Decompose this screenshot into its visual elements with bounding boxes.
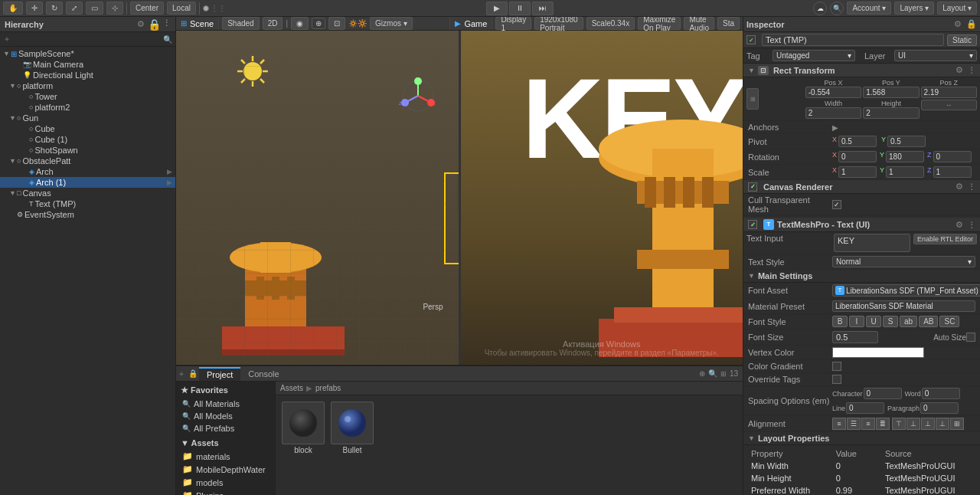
align-left[interactable]: ≡ [832, 418, 846, 430]
align-right[interactable]: ≡ [861, 418, 875, 430]
layout-btn[interactable]: Layout ▾ [937, 2, 977, 15]
game-scale-btn[interactable]: Scale 0.34x [586, 17, 635, 30]
rtl-btn[interactable]: Enable RTL Editor [913, 234, 977, 244]
rect-overflow[interactable]: ⋮ [968, 66, 975, 74]
inspector-lock[interactable]: 🔒 [966, 19, 977, 29]
lock-tab-btn[interactable]: 🔒 [188, 369, 198, 378]
hierarchy-item-obstaclepatt[interactable]: ▼ ○ ObstaclePatt [0, 156, 175, 166]
rot-x-input[interactable] [838, 151, 877, 162]
fav-all-models[interactable]: 🔍 All Models [179, 410, 272, 422]
rot-y-input[interactable] [886, 151, 924, 162]
font-asset-field[interactable]: T LiberationSans SDF (TMP_Font Asset) [832, 284, 980, 297]
height-input[interactable] [863, 107, 919, 119]
hierarchy-cog[interactable]: ⚙ [136, 18, 146, 31]
tool-rect[interactable]: ▭ [86, 2, 103, 15]
play-button[interactable]: ▶ [486, 2, 508, 15]
tool-transform[interactable]: ⊹ [106, 2, 123, 15]
layout-props-section[interactable]: ▼ Layout Properties [743, 432, 980, 445]
color-gradient-checkbox[interactable] [832, 362, 841, 371]
align-bottom[interactable]: ⊥ [921, 418, 935, 430]
account-btn[interactable]: Account ▾ [847, 2, 891, 15]
breadcrumb-prefabs[interactable]: prefabs [315, 384, 341, 392]
tag-dropdown[interactable]: Untagged ▾ [773, 50, 855, 61]
fs-bold-btn[interactable]: B [832, 316, 848, 327]
assets-mobile[interactable]: 📁 MobileDepthWater [179, 463, 272, 476]
rect-transform-section[interactable]: ▼ ⊡ Rect Transform ⚙ ⋮ [743, 64, 980, 77]
stretch-btn[interactable]: ↔ [921, 100, 977, 110]
fs-sc-btn[interactable]: SC [939, 316, 959, 327]
auto-size-checkbox[interactable] [966, 333, 975, 342]
step-button[interactable]: ⏭ [532, 2, 554, 15]
hierarchy-item-cube1[interactable]: ○ Cube (1) [0, 134, 175, 145]
resolution-btn[interactable]: 1920x1080 Portrait [534, 17, 583, 30]
width-input[interactable] [805, 107, 861, 119]
tmp-enabled[interactable]: ✓ [748, 220, 757, 229]
scene-scale-btns[interactable]: ⊕ [312, 18, 325, 29]
object-name-input[interactable] [762, 34, 944, 46]
inspector-cog[interactable]: ⚙ [952, 19, 963, 29]
asset-bullet[interactable]: Bullet [331, 402, 374, 454]
hierarchy-item-cube[interactable]: ○ Cube [0, 123, 175, 134]
tool-rotate[interactable]: ↻ [46, 2, 63, 15]
scale-x-input[interactable] [838, 166, 877, 178]
text-value-display[interactable]: KEY [834, 234, 910, 252]
pos-x-input[interactable] [805, 87, 861, 98]
hierarchy-item-eventsystem[interactable]: ⚙ EventSystem [0, 209, 175, 220]
material-preset-field[interactable]: LiberationSans SDF Material [832, 300, 975, 312]
render-path-btn[interactable]: ◉ [291, 17, 309, 30]
hierarchy-item-text-tmp[interactable]: T Text (TMP) [0, 198, 175, 209]
vertex-color-preview[interactable] [832, 347, 924, 358]
line-input[interactable] [846, 402, 884, 414]
align-middle[interactable]: ⊥ [906, 418, 920, 430]
gizmos-btn[interactable]: Gizmos ▾ [370, 17, 413, 30]
hierarchy-item-arch1[interactable]: ◈ Arch (1) ▶ [0, 177, 175, 188]
word-input[interactable] [922, 388, 960, 399]
tmp-overflow[interactable]: ⋮ [968, 221, 975, 229]
hierarchy-item-maincamera[interactable]: 📷 Main Camera [0, 59, 175, 70]
object-enabled-checkbox[interactable]: ✓ [746, 35, 756, 44]
hierarchy-item-platform[interactable]: ▼ ○ platform [0, 80, 175, 91]
rot-z-input[interactable] [933, 151, 972, 162]
fs-lower-btn[interactable]: ab [900, 316, 917, 327]
font-size-input[interactable] [832, 331, 878, 343]
pivot-center-btn[interactable]: Center [130, 2, 164, 15]
hierarchy-item-dirlight[interactable]: 💡 Directional Light [0, 70, 175, 80]
fav-all-materials[interactable]: 🔍 All Materials [179, 398, 272, 410]
static-badge[interactable]: Static [947, 34, 977, 46]
scale-y-input[interactable] [886, 166, 924, 178]
project-tab[interactable]: Project [199, 367, 240, 381]
asset-block[interactable]: block [282, 402, 325, 454]
pos-z-input[interactable] [921, 87, 977, 98]
fs-underline-btn[interactable]: U [866, 316, 881, 327]
rect-cog[interactable]: ⚙ [954, 65, 965, 75]
canvas-renderer-enabled[interactable]: ✓ [748, 182, 757, 192]
arch1-expand[interactable]: ▶ [167, 179, 172, 186]
breadcrumb-assets[interactable]: Assets [280, 384, 303, 392]
align-justify[interactable]: ≣ [876, 418, 890, 430]
canvas-renderer-cog[interactable]: ⚙ [954, 182, 965, 192]
tool-move[interactable]: ✛ [26, 2, 43, 15]
tool-hand[interactable]: ✋ [3, 2, 23, 15]
hierarchy-item-platform2[interactable]: ○ platform2 [0, 102, 175, 113]
hierarchy-item-arch[interactable]: ◈ Arch ▶ [0, 166, 175, 177]
scene-tab[interactable]: Scene [190, 19, 214, 28]
create-btn[interactable]: ⊕ [699, 369, 705, 378]
align-center[interactable]: ☰ [847, 418, 861, 430]
assets-plugins[interactable]: 📁 Plugins [179, 489, 272, 495]
pause-button[interactable]: ⏸ [509, 2, 531, 15]
game-tab[interactable]: Game [464, 19, 487, 28]
hierarchy-item-tower[interactable]: ○ Tower [0, 91, 175, 102]
hierarchy-lock[interactable]: 🔒 [148, 18, 161, 31]
search-global-icon[interactable]: 🔍 [830, 2, 844, 15]
hierarchy-plus-icon[interactable]: ＋ [3, 34, 11, 44]
fs-italic-btn[interactable]: I [849, 316, 864, 327]
add-tab-btn[interactable]: ＋ [178, 369, 185, 379]
hierarchy-search-icon[interactable]: 🔍 [12, 35, 172, 44]
fav-all-prefabs[interactable]: 🔍 All Prefabs [179, 422, 272, 434]
char-input[interactable] [864, 388, 902, 399]
arch-expand[interactable]: ▶ [167, 168, 172, 175]
layer-dropdown[interactable]: UI ▾ [894, 50, 977, 61]
pos-y-input[interactable] [863, 87, 919, 98]
anchor-widget[interactable]: ⊞ [746, 88, 759, 110]
persp-toggle[interactable]: ⊡ [328, 17, 345, 30]
